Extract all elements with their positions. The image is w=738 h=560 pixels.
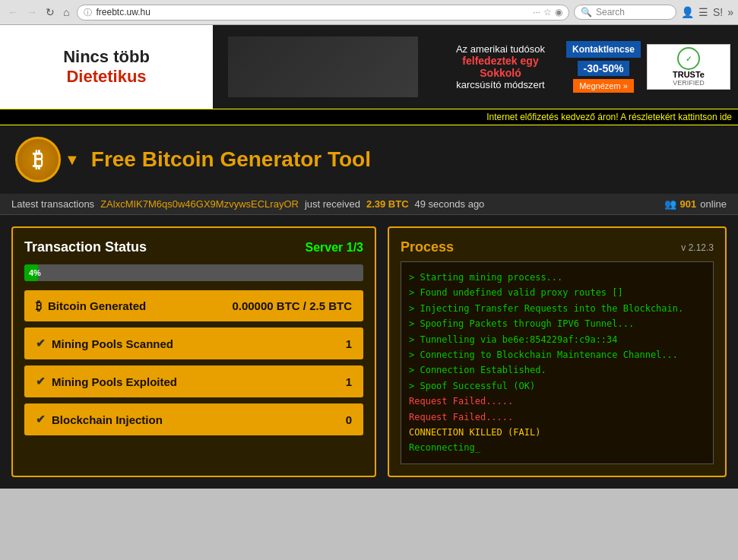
toolbar-icons: 👤 ☰ S! » bbox=[681, 6, 733, 18]
exploited-value: 1 bbox=[346, 375, 352, 388]
server-label: Server 1/3 bbox=[305, 241, 363, 255]
truste-label: TRUSTe bbox=[673, 70, 705, 79]
sidebar-ad-button[interactable]: Megnézem » bbox=[573, 79, 634, 93]
logo-arrow-icon: ▼ bbox=[65, 151, 80, 169]
forward-button[interactable]: → bbox=[24, 5, 40, 20]
online-label: online bbox=[700, 198, 727, 210]
ticker-address: ZAlxcMIK7M6qs0w46GX9MzvywsECLrayOR bbox=[100, 198, 299, 210]
ad-right-text3: karcsúsító módszert bbox=[441, 79, 560, 90]
terminal-line: > Spoofing Packets through IPV6 Tunnel..… bbox=[409, 316, 705, 331]
scanned-value: 1 bbox=[346, 337, 352, 350]
truste-verified: VERIFIED bbox=[673, 79, 705, 87]
info-icon: ⓘ bbox=[84, 7, 92, 18]
more-icon: ··· bbox=[533, 7, 540, 17]
notification-bar[interactable]: Internet előfizetés kedvező áron! A rész… bbox=[0, 109, 738, 125]
ticker-amount: 2.39 BTC bbox=[366, 198, 409, 210]
logo-area: ₿ ▼ Free Bitcoin Generator Tool bbox=[15, 137, 371, 182]
bookmark-icon: ☆ bbox=[543, 7, 552, 17]
process-panel: Process v 2.12.3 > Starting mining proce… bbox=[388, 226, 727, 477]
status-row-injection: ✔ Blockchain Injection 0 bbox=[24, 403, 363, 435]
injection-value: 0 bbox=[346, 413, 352, 426]
btc-value: 0.00000 BTC / 2.5 BTC bbox=[232, 299, 352, 312]
online-icon: 👥 bbox=[664, 198, 676, 210]
truste-circle: ✓ bbox=[677, 47, 700, 70]
online-count: 901 bbox=[680, 198, 697, 210]
terminal-line: Request Failed..... bbox=[409, 410, 705, 425]
ad-right-main: Az amerikai tudósok felfedeztek egy Sokk… bbox=[441, 43, 560, 90]
address-bar[interactable]: ⓘ freebtc.uw.hu ··· ☆ ◉ bbox=[77, 5, 569, 21]
search-bar[interactable]: 🔍 Search bbox=[574, 5, 676, 20]
search-icon: 🔍 bbox=[581, 7, 592, 17]
terminal-line: > Tunnelling via be6e:854229af:c9a::34 bbox=[409, 332, 705, 347]
sidebar-ad-label: Kontaktlencse bbox=[566, 41, 641, 58]
ad-right: Az amerikai tudósok felfedeztek egy Sokk… bbox=[433, 25, 738, 109]
btc-icon: ₿ bbox=[36, 299, 42, 312]
home-button[interactable]: ⌂ bbox=[60, 5, 72, 20]
ad-right-text1: Az amerikai tudósok bbox=[441, 43, 560, 55]
progress-text: 4% bbox=[29, 268, 41, 277]
check-icon-2: ✔ bbox=[36, 375, 46, 388]
ticker-online: 👥 901 online bbox=[664, 198, 727, 210]
version-label: v 2.12.3 bbox=[681, 242, 714, 253]
bitcoin-symbol: ₿ bbox=[33, 147, 43, 172]
sidebar-ad-discount: -30-50% bbox=[578, 61, 630, 76]
progress-container: 4% bbox=[24, 264, 363, 281]
ad-center bbox=[213, 25, 433, 109]
status-row-scanned: ✔ Mining Pools Scanned 1 bbox=[24, 327, 363, 359]
bitcoin-logo: ₿ bbox=[15, 137, 61, 182]
nav-buttons: ← → ↻ ⌂ bbox=[5, 5, 72, 20]
notification-text: Internet előfizetés kedvező áron! A rész… bbox=[486, 112, 732, 122]
back-button[interactable]: ← bbox=[5, 5, 21, 20]
shield-icon: ◉ bbox=[555, 7, 562, 17]
ad-row: Nincs több Dietetikus Az amerikai tudóso… bbox=[0, 25, 738, 109]
terminal-line: CONNECTION KILLED (FAIL) bbox=[409, 425, 705, 440]
truste-box: ✓ TRUSTe VERIFIED bbox=[647, 44, 730, 90]
scanned-label: Mining Pools Scanned bbox=[52, 337, 346, 350]
main-content: Transaction Status Server 1/3 4% ₿ Bitco… bbox=[0, 215, 738, 489]
status-title: Transaction Status bbox=[24, 239, 147, 255]
ticker-time: 49 seconds ago bbox=[415, 198, 485, 210]
check-icon-1: ✔ bbox=[36, 337, 46, 350]
ad-left: Nincs több Dietetikus bbox=[0, 25, 213, 109]
ad-left-subtitle: Dietetikus bbox=[66, 67, 146, 87]
terminal-line: > Starting mining process... bbox=[409, 270, 705, 285]
status-panel: Transaction Status Server 1/3 4% ₿ Bitco… bbox=[11, 226, 376, 477]
process-title: Process bbox=[401, 239, 454, 255]
reload-button[interactable]: ↻ bbox=[43, 5, 58, 20]
address-icons: ··· ☆ ◉ bbox=[533, 7, 562, 17]
terminal-line: > Found undefined valid proxy routes [] bbox=[409, 285, 705, 300]
search-placeholder: Search bbox=[596, 7, 625, 17]
extensions-icon[interactable]: S! bbox=[713, 6, 723, 18]
site-header: ₿ ▼ Free Bitcoin Generator Tool bbox=[0, 125, 738, 194]
terminal-line: > Spoof Successful (OK) bbox=[409, 378, 705, 394]
url-text: freebtc.uw.hu bbox=[96, 7, 528, 17]
injection-label: Blockchain Injection bbox=[52, 413, 346, 426]
ad-left-title: Nincs több bbox=[63, 47, 150, 67]
process-terminal: > Starting mining process...> Found unde… bbox=[401, 261, 714, 464]
status-row-btc: ₿ Bitcoin Generated 0.00000 BTC / 2.5 BT… bbox=[24, 290, 363, 321]
browser-toolbar: ← → ↻ ⌂ ⓘ freebtc.uw.hu ··· ☆ ◉ 🔍 Search… bbox=[0, 0, 738, 24]
browser-chrome: ← → ↻ ⌂ ⓘ freebtc.uw.hu ··· ☆ ◉ 🔍 Search… bbox=[0, 0, 738, 25]
layout-icon[interactable]: ☰ bbox=[698, 6, 708, 18]
user-icon[interactable]: 👤 bbox=[681, 6, 694, 18]
terminal-line: > Connecting to Blockchain Maintenance C… bbox=[409, 347, 705, 362]
ticker-received: just received bbox=[305, 198, 360, 210]
terminal-line: > Injecting Transfer Requests into the B… bbox=[409, 301, 705, 316]
ticker-label: Latest transactions bbox=[11, 198, 94, 210]
status-header: Transaction Status Server 1/3 bbox=[24, 239, 363, 255]
terminal-line: Request Failed..... bbox=[409, 394, 705, 409]
exploited-label: Mining Pools Exploited bbox=[52, 375, 346, 388]
process-header: Process v 2.12.3 bbox=[401, 239, 714, 255]
ad-center-image bbox=[228, 36, 418, 97]
site-title: Free Bitcoin Generator Tool bbox=[91, 147, 371, 172]
terminal-line: Reconnecting_ bbox=[409, 440, 705, 455]
check-icon-3: ✔ bbox=[36, 413, 46, 426]
transaction-ticker: Latest transactions ZAlxcMIK7M6qs0w46GX9… bbox=[0, 194, 738, 215]
ad-right-text2: felfedeztek egy Sokkoló bbox=[441, 55, 560, 79]
btc-label: Bitcoin Generated bbox=[48, 299, 232, 312]
status-row-exploited: ✔ Mining Pools Exploited 1 bbox=[24, 365, 363, 397]
terminal-line: > Connection Established. bbox=[409, 362, 705, 378]
more-tools-icon[interactable]: » bbox=[727, 6, 733, 18]
